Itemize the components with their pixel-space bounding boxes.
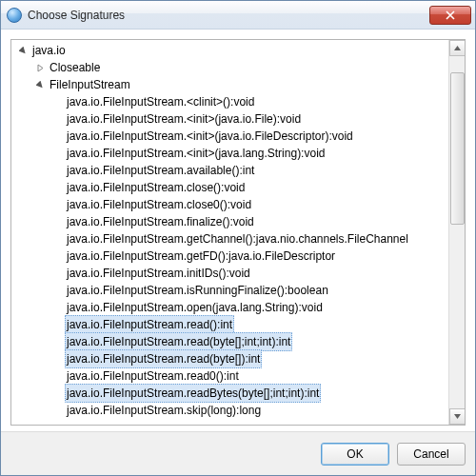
signature-label: java.io.FileInputStream.finalize():void (65, 213, 256, 230)
tree-leaf-signature[interactable]: java.io.FileInputStream.close():void (11, 179, 448, 196)
tree-node-child[interactable]: FileInputStream (11, 76, 448, 93)
scroll-up-button[interactable] (449, 40, 466, 56)
tree-leaf-signature[interactable]: java.io.FileInputStream.read(byte[];int;… (11, 333, 448, 350)
tree-leaf-signature[interactable]: java.io.FileInputStream.read():int (11, 316, 448, 333)
signature-label: java.io.FileInputStream.isRunningFinaliz… (65, 282, 330, 299)
signature-label: java.io.FileInputStream.open(java.lang.S… (65, 299, 325, 316)
scrollbar-thumb[interactable] (450, 72, 465, 225)
signature-label: java.io.FileInputStream.initIDs():void (65, 265, 252, 282)
signature-label: java.io.FileInputStream.readBytes(byte[]… (65, 384, 321, 403)
signature-label: java.io.FileInputStream.available():int (65, 162, 256, 179)
tree-node-root[interactable]: java.io (11, 42, 448, 59)
tree-viewport: java.io Closeable FileInputStream (11, 40, 448, 425)
tree-leaf-signature[interactable]: java.io.FileInputStream.finalize():void (11, 213, 448, 230)
signature-label: java.io.FileInputStream.skip(long):long (65, 402, 263, 419)
expander-open-icon[interactable] (17, 45, 29, 56)
scroll-down-button[interactable] (449, 408, 466, 425)
window-title: Choose Signatures (28, 9, 429, 22)
close-icon (446, 10, 455, 20)
vertical-scrollbar[interactable] (448, 40, 465, 425)
signature-label: java.io.FileInputStream.close():void (65, 179, 247, 196)
tree-leaf-signature[interactable]: java.io.FileInputStream.<init>(java.io.F… (11, 110, 448, 128)
ok-button[interactable]: OK (321, 443, 389, 466)
tree-leaf-signature[interactable]: java.io.FileInputStream.getFD():java.io.… (11, 248, 448, 265)
signature-label: java.io.FileInputStream.getChannel():jav… (65, 230, 410, 248)
tree-leaf-signature[interactable]: java.io.FileInputStream.isRunningFinaliz… (11, 282, 448, 299)
dialog-window: Choose Signatures java.io (0, 0, 476, 476)
expander-open-icon[interactable] (34, 79, 46, 90)
tree-leaf-signature[interactable]: java.io.FileInputStream.read0():int (11, 367, 448, 385)
signature-label: java.io.FileInputStream.<init>(java.lang… (65, 145, 327, 162)
signature-label: java.io.FileInputStream.read(byte[]):int (65, 349, 262, 368)
tree-leaf-signature[interactable]: java.io.FileInputStream.available():int (11, 162, 448, 179)
tree-leaf-signature[interactable]: java.io.FileInputStream.readBytes(byte[]… (11, 385, 448, 402)
tree-leaf-signature[interactable]: java.io.FileInputStream.<init>(java.lang… (11, 145, 448, 162)
close-button[interactable] (429, 6, 471, 25)
signature-label: java.io.FileInputStream.close0():void (65, 196, 253, 213)
tree-leaf-signature[interactable]: java.io.FileInputStream.read(byte[]):int (11, 350, 448, 367)
signature-label: java.io.FileInputStream.getFD():java.io.… (65, 248, 337, 265)
signature-label: java.io.FileInputStream.<init>(java.io.F… (65, 110, 303, 128)
cancel-button[interactable]: Cancel (397, 443, 466, 466)
dialog-content: java.io Closeable FileInputStream (1, 30, 475, 431)
tree-leaf-signature[interactable]: java.io.FileInputStream.close0():void (11, 196, 448, 213)
signature-tree: java.io Closeable FileInputStream (10, 39, 466, 426)
app-icon (7, 8, 22, 23)
signature-label: java.io.FileInputStream.<clinit>():void (65, 93, 256, 110)
signature-label: java.io.FileInputStream.read():int (65, 315, 234, 334)
tree-leaf-signature[interactable]: java.io.FileInputStream.getChannel():jav… (11, 230, 448, 248)
title-bar[interactable]: Choose Signatures (1, 1, 475, 30)
tree-leaf-signature[interactable]: java.io.FileInputStream.<init>(java.io.F… (11, 128, 448, 145)
button-bar: OK Cancel (1, 431, 475, 475)
signature-label: java.io.FileInputStream.read0():int (65, 367, 241, 385)
tree-node-label: FileInputStream (48, 76, 132, 93)
tree-node-label: Closeable (48, 59, 102, 76)
tree-node-label: java.io (30, 42, 68, 59)
tree-node-child[interactable]: Closeable (11, 59, 448, 76)
tree-leaf-signature[interactable]: java.io.FileInputStream.<clinit>():void (11, 93, 448, 110)
signature-label: java.io.FileInputStream.<init>(java.io.F… (65, 128, 355, 145)
expander-closed-icon[interactable] (34, 62, 46, 73)
tree-leaf-signature[interactable]: java.io.FileInputStream.open(java.lang.S… (11, 299, 448, 316)
tree-leaf-signature[interactable]: java.io.FileInputStream.skip(long):long (11, 402, 448, 419)
signature-label: java.io.FileInputStream.read(byte[];int;… (65, 332, 292, 351)
tree-leaf-signature[interactable]: java.io.FileInputStream.initIDs():void (11, 265, 448, 282)
